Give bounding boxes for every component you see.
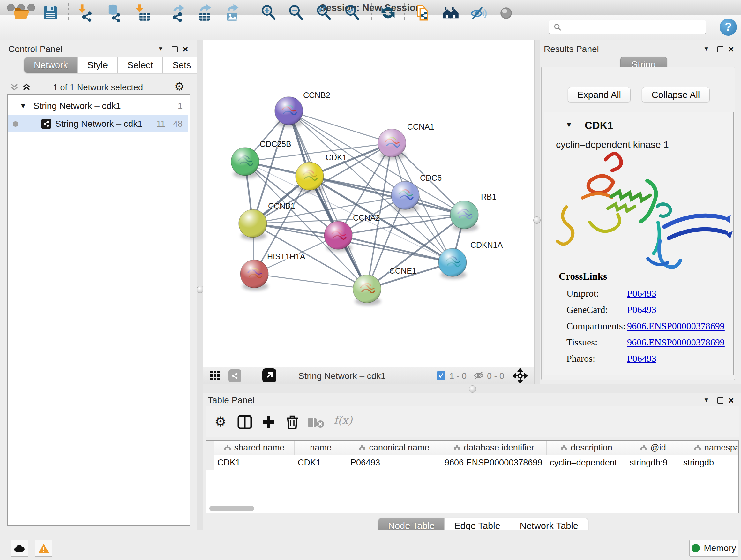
cell-description[interactable]: cyclin–dependent ... xyxy=(547,455,626,470)
hide-enhanced-labels-icon[interactable] xyxy=(469,4,487,22)
clone-network-icon[interactable] xyxy=(414,4,431,22)
tab-select[interactable]: Select xyxy=(118,57,163,73)
results-panel-maximize-icon[interactable] xyxy=(718,46,724,52)
node-CDC25B[interactable]: CDC25B xyxy=(231,139,291,178)
zoom-in-icon[interactable] xyxy=(260,4,278,22)
node-CCNA1[interactable]: CCNA1 xyxy=(378,122,434,160)
edge-CCNB2-RB1[interactable] xyxy=(289,111,464,215)
edge-CCNB2-CCNA1[interactable] xyxy=(289,111,392,143)
collapse-triangle-icon[interactable]: ▼ xyxy=(20,102,26,110)
delete-table-icon[interactable] xyxy=(307,417,325,430)
cell-namespace[interactable]: stringdb xyxy=(680,455,739,470)
table-panel-close-icon[interactable]: × xyxy=(728,397,734,403)
results-panel-float-icon[interactable]: ▼ xyxy=(703,45,710,52)
control-panel-close-icon[interactable]: × xyxy=(183,46,188,52)
show-columns-icon[interactable] xyxy=(238,415,252,430)
export-table-icon[interactable] xyxy=(195,4,213,22)
cell-name[interactable]: CDK1 xyxy=(294,455,347,470)
network-collection-row[interactable]: ▼ String Network – cdk1 1 xyxy=(8,98,188,115)
node-CCNB2[interactable]: CCNB2 xyxy=(275,91,330,127)
selected-checkbox-icon[interactable] xyxy=(436,371,446,380)
help-button[interactable]: ? xyxy=(720,18,737,36)
crosslink-link[interactable]: 9606.ENSP00000378699 xyxy=(627,320,725,331)
zoom-out-icon[interactable] xyxy=(287,4,305,22)
node-CDC6[interactable]: CDC6 xyxy=(391,173,442,212)
network-canvas[interactable]: CCNB2CCNA1CDC25BCDK1CDC6RB1CCNB1CCNA2HIS… xyxy=(203,40,534,367)
column-header-namespace[interactable]: namespace xyxy=(680,441,739,455)
search-field[interactable] xyxy=(549,20,706,35)
table-options-gear-icon[interactable]: ⚙ xyxy=(214,414,226,429)
edge-CCNB2-CCNE1[interactable] xyxy=(289,111,367,289)
column-header-name[interactable]: name xyxy=(294,441,347,455)
edge-CCNE1-HIST1H1A[interactable] xyxy=(254,274,367,289)
left-splitter-knob[interactable] xyxy=(197,286,204,293)
zoom-fit-icon[interactable] xyxy=(315,4,333,22)
right-panel-splitter[interactable] xyxy=(534,40,540,384)
import-table-file-icon[interactable] xyxy=(134,4,152,22)
open-session-icon[interactable] xyxy=(13,4,30,22)
table-panel-float-icon[interactable]: ▼ xyxy=(703,396,710,403)
edge-CCNA2-CDKN1A[interactable] xyxy=(338,235,453,262)
horizontal-splitter-knob[interactable] xyxy=(469,385,476,393)
apply-function-icon[interactable]: f(x) xyxy=(334,414,352,427)
node-CCNE1[interactable]: CCNE1 xyxy=(353,266,416,306)
import-network-file-icon[interactable] xyxy=(77,4,94,22)
cell-@id[interactable]: stringdb:9... xyxy=(626,455,680,470)
export-image-icon[interactable] xyxy=(223,4,241,22)
cell-database-identifier[interactable]: 9606.ENSP00000378699 xyxy=(441,455,547,470)
network-options-gear-icon[interactable]: ⚙ xyxy=(174,80,185,93)
column-header-description[interactable]: description xyxy=(547,441,626,455)
node-table[interactable]: shared namenamecanonical namedatabase id… xyxy=(206,440,739,513)
string-protein-query-icon[interactable] xyxy=(442,4,460,22)
node-HIST1H1A[interactable]: HIST1H1A xyxy=(240,252,306,291)
hidden-eye-icon[interactable] xyxy=(473,370,484,382)
zoom-selected-icon[interactable] xyxy=(343,4,361,22)
warning-status-button[interactable] xyxy=(35,540,52,557)
edge-CCNB1-CCNA1[interactable] xyxy=(253,143,392,224)
table-panel-maximize-icon[interactable] xyxy=(718,397,724,403)
column-header-shared-name[interactable]: shared name xyxy=(214,441,294,455)
memory-button[interactable]: Memory xyxy=(689,540,738,557)
control-panel-maximize-icon[interactable] xyxy=(172,46,178,52)
cloud-status-button[interactable] xyxy=(11,540,28,557)
show-labels-icon[interactable] xyxy=(497,4,515,22)
column-header-canonical-name[interactable]: canonical name xyxy=(347,441,441,455)
gene-collapse-triangle-icon[interactable]: ▼ xyxy=(565,121,572,129)
detach-view-icon[interactable] xyxy=(262,368,276,382)
column-header-@id[interactable]: @id xyxy=(626,441,680,455)
save-session-icon[interactable] xyxy=(42,4,59,22)
search-input[interactable] xyxy=(562,22,697,33)
tab-network[interactable]: Network xyxy=(24,57,77,73)
tab-sets[interactable]: Sets xyxy=(163,57,201,73)
cell-canonical-name[interactable]: P06493 xyxy=(347,455,441,470)
grid-view-icon[interactable] xyxy=(210,370,220,382)
network-row-selected[interactable]: String Network – cdk1 11 48 xyxy=(8,115,188,132)
tab-style[interactable]: Style xyxy=(77,57,118,73)
gene-entry-header[interactable] xyxy=(544,112,733,136)
string-network-graph[interactable]: CCNB2CCNA1CDC25BCDK1CDC6RB1CCNB1CCNA2HIS… xyxy=(203,40,534,367)
export-network-icon[interactable] xyxy=(169,4,186,22)
cell-shared-name[interactable]: CDK1 xyxy=(214,455,294,470)
birdseye-crosshair-icon[interactable] xyxy=(513,368,528,385)
node-RB1[interactable]: RB1 xyxy=(450,192,496,232)
crosslink-label: Pharos: xyxy=(566,353,627,364)
refresh-view-icon[interactable] xyxy=(379,4,397,22)
collapse-all-button[interactable]: Collapse All xyxy=(642,87,710,103)
left-panel-splitter[interactable] xyxy=(197,40,204,530)
control-panel-float-icon[interactable]: ▼ xyxy=(158,45,164,52)
add-column-icon[interactable] xyxy=(262,415,276,430)
column-header-database-identifier[interactable]: database identifier xyxy=(441,441,547,455)
crosslink-link[interactable]: P06493 xyxy=(627,288,657,299)
import-network-database-icon[interactable] xyxy=(105,4,123,22)
table-horizontal-scrollbar[interactable] xyxy=(209,506,254,511)
right-splitter-knob[interactable] xyxy=(533,216,541,224)
expand-all-button[interactable]: Expand All xyxy=(568,87,630,103)
crosslink-link[interactable]: 9606.ENSP00000378699 xyxy=(627,337,725,348)
delete-column-icon[interactable] xyxy=(285,415,299,431)
crosslink-link[interactable]: P06493 xyxy=(627,304,657,315)
results-panel-close-icon[interactable]: × xyxy=(728,46,734,52)
table-row[interactable]: CDK1CDK1P064939606.ENSP00000378699cyclin… xyxy=(206,455,738,470)
node-CDKN1A[interactable]: CDKN1A xyxy=(439,240,503,279)
string-view-icon[interactable] xyxy=(228,369,241,382)
crosslink-link[interactable]: P06493 xyxy=(627,353,657,364)
